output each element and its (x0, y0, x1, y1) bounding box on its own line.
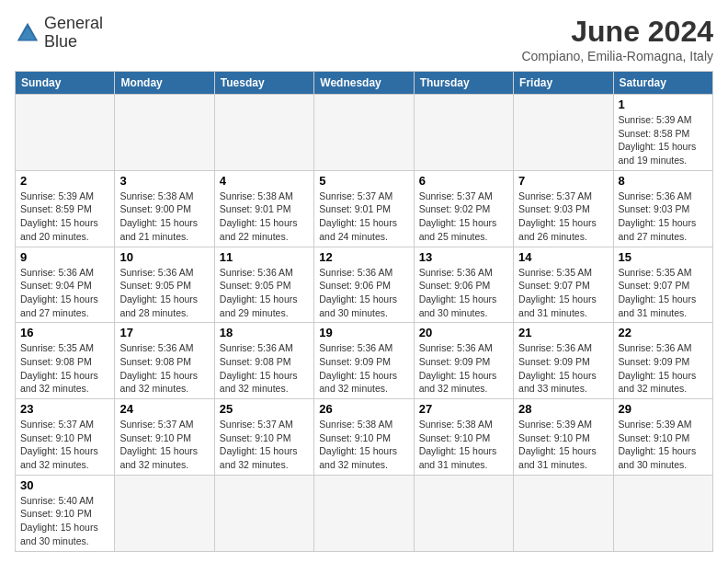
day-info: Sunrise: 5:39 AMSunset: 8:58 PMDaylight:… (619, 113, 708, 167)
day-number: 5 (319, 174, 408, 188)
month-title: June 2024 (521, 15, 713, 49)
calendar-cell: 26Sunrise: 5:38 AMSunset: 9:10 PMDayligh… (314, 399, 414, 476)
day-info: Sunrise: 5:40 AMSunset: 9:10 PMDaylight:… (20, 494, 109, 548)
calendar-table: SundayMondayTuesdayWednesdayThursdayFrid… (15, 71, 713, 552)
calendar-cell: 18Sunrise: 5:36 AMSunset: 9:08 PMDayligh… (214, 323, 313, 399)
calendar-cell: 11Sunrise: 5:36 AMSunset: 9:05 PMDayligh… (214, 247, 313, 323)
day-number: 25 (220, 402, 309, 416)
day-info: Sunrise: 5:36 AMSunset: 9:03 PMDaylight:… (619, 190, 708, 244)
calendar-cell (115, 475, 214, 551)
calendar-cell: 24Sunrise: 5:37 AMSunset: 9:10 PMDayligh… (115, 399, 214, 476)
calendar-cell: 15Sunrise: 5:35 AMSunset: 9:07 PMDayligh… (613, 247, 712, 323)
day-number: 6 (419, 174, 508, 188)
weekday-header-tuesday: Tuesday (214, 72, 313, 95)
day-number: 18 (220, 326, 309, 339)
calendar-week-1: 1Sunrise: 5:39 AMSunset: 8:58 PMDaylight… (16, 95, 713, 171)
day-number: 28 (518, 402, 608, 416)
day-number: 22 (619, 326, 708, 339)
calendar-cell: 17Sunrise: 5:36 AMSunset: 9:08 PMDayligh… (115, 323, 214, 399)
calendar-cell: 19Sunrise: 5:36 AMSunset: 9:09 PMDayligh… (314, 323, 414, 399)
day-info: Sunrise: 5:36 AMSunset: 9:09 PMDaylight:… (518, 341, 608, 396)
calendar-cell: 28Sunrise: 5:39 AMSunset: 9:10 PMDayligh… (514, 399, 613, 476)
day-number: 12 (319, 250, 408, 264)
calendar-cell: 30Sunrise: 5:40 AMSunset: 9:10 PMDayligh… (16, 475, 115, 551)
day-number: 11 (220, 250, 309, 264)
calendar-cell: 8Sunrise: 5:36 AMSunset: 9:03 PMDaylight… (613, 170, 712, 247)
day-number: 20 (419, 326, 508, 339)
day-info: Sunrise: 5:38 AMSunset: 9:01 PMDaylight:… (220, 190, 309, 244)
day-info: Sunrise: 5:36 AMSunset: 9:04 PMDaylight:… (20, 266, 109, 320)
day-info: Sunrise: 5:37 AMSunset: 9:10 PMDaylight:… (20, 418, 109, 472)
calendar-cell: 4Sunrise: 5:38 AMSunset: 9:01 PMDaylight… (214, 170, 313, 247)
calendar-cell: 10Sunrise: 5:36 AMSunset: 9:05 PMDayligh… (115, 247, 214, 323)
calendar-cell (115, 95, 214, 171)
calendar-cell: 12Sunrise: 5:36 AMSunset: 9:06 PMDayligh… (314, 247, 414, 323)
calendar-cell: 23Sunrise: 5:37 AMSunset: 9:10 PMDayligh… (16, 399, 115, 476)
day-info: Sunrise: 5:39 AMSunset: 9:10 PMDaylight:… (518, 418, 608, 472)
day-number: 27 (419, 402, 508, 416)
calendar-cell: 9Sunrise: 5:36 AMSunset: 9:04 PMDaylight… (16, 247, 115, 323)
day-info: Sunrise: 5:38 AMSunset: 9:00 PMDaylight:… (119, 190, 209, 244)
day-info: Sunrise: 5:36 AMSunset: 9:06 PMDaylight:… (319, 266, 408, 320)
day-info: Sunrise: 5:37 AMSunset: 9:10 PMDaylight:… (119, 418, 209, 472)
weekday-header-row: SundayMondayTuesdayWednesdayThursdayFrid… (16, 72, 713, 95)
day-number: 26 (319, 402, 408, 416)
day-number: 13 (419, 250, 508, 264)
day-number: 30 (20, 478, 109, 492)
logo-text: General Blue (44, 15, 103, 52)
day-number: 8 (619, 174, 708, 188)
day-number: 14 (518, 250, 608, 264)
calendar-cell: 13Sunrise: 5:36 AMSunset: 9:06 PMDayligh… (414, 247, 513, 323)
calendar-week-6: 30Sunrise: 5:40 AMSunset: 9:10 PMDayligh… (16, 475, 713, 551)
day-number: 19 (319, 326, 408, 339)
calendar-cell (414, 475, 513, 551)
calendar-cell (214, 95, 313, 171)
day-info: Sunrise: 5:39 AMSunset: 8:59 PMDaylight:… (20, 190, 109, 244)
calendar-cell (414, 95, 513, 171)
day-info: Sunrise: 5:36 AMSunset: 9:08 PMDaylight:… (119, 341, 209, 396)
day-info: Sunrise: 5:36 AMSunset: 9:06 PMDaylight:… (419, 266, 508, 320)
day-info: Sunrise: 5:36 AMSunset: 9:09 PMDaylight:… (319, 341, 408, 396)
day-info: Sunrise: 5:36 AMSunset: 9:09 PMDaylight:… (419, 341, 508, 396)
day-info: Sunrise: 5:38 AMSunset: 9:10 PMDaylight:… (319, 418, 408, 472)
calendar-cell: 5Sunrise: 5:37 AMSunset: 9:01 PMDaylight… (314, 170, 414, 247)
day-info: Sunrise: 5:35 AMSunset: 9:08 PMDaylight:… (20, 341, 109, 396)
day-info: Sunrise: 5:37 AMSunset: 9:01 PMDaylight:… (319, 190, 408, 244)
day-info: Sunrise: 5:37 AMSunset: 9:02 PMDaylight:… (419, 190, 508, 244)
calendar-cell (314, 475, 414, 551)
calendar-cell (514, 95, 613, 171)
day-info: Sunrise: 5:35 AMSunset: 9:07 PMDaylight:… (518, 266, 608, 320)
calendar-cell: 6Sunrise: 5:37 AMSunset: 9:02 PMDaylight… (414, 170, 513, 247)
calendar-cell: 21Sunrise: 5:36 AMSunset: 9:09 PMDayligh… (514, 323, 613, 399)
calendar-cell: 20Sunrise: 5:36 AMSunset: 9:09 PMDayligh… (414, 323, 513, 399)
weekday-header-monday: Monday (115, 72, 214, 95)
calendar-week-4: 16Sunrise: 5:35 AMSunset: 9:08 PMDayligh… (16, 323, 713, 399)
day-number: 10 (119, 250, 209, 264)
calendar-cell (16, 95, 115, 171)
day-number: 4 (220, 174, 309, 188)
title-block: June 2024 Compiano, Emilia-Romagna, Ital… (521, 15, 713, 63)
location-subtitle: Compiano, Emilia-Romagna, Italy (521, 49, 713, 63)
weekday-header-saturday: Saturday (613, 72, 712, 95)
day-info: Sunrise: 5:36 AMSunset: 9:09 PMDaylight:… (619, 341, 708, 396)
weekday-header-thursday: Thursday (414, 72, 513, 95)
calendar-cell: 25Sunrise: 5:37 AMSunset: 9:10 PMDayligh… (214, 399, 313, 476)
calendar-cell (214, 475, 313, 551)
calendar-cell: 14Sunrise: 5:35 AMSunset: 9:07 PMDayligh… (514, 247, 613, 323)
day-number: 24 (119, 402, 209, 416)
day-number: 1 (619, 98, 708, 111)
day-number: 21 (518, 326, 608, 339)
calendar-cell (613, 475, 712, 551)
day-info: Sunrise: 5:37 AMSunset: 9:10 PMDaylight:… (220, 418, 309, 472)
day-info: Sunrise: 5:38 AMSunset: 9:10 PMDaylight:… (419, 418, 508, 472)
day-number: 17 (119, 326, 209, 339)
day-info: Sunrise: 5:36 AMSunset: 9:08 PMDaylight:… (220, 341, 309, 396)
day-number: 2 (20, 174, 109, 188)
day-number: 3 (119, 174, 209, 188)
calendar-week-3: 9Sunrise: 5:36 AMSunset: 9:04 PMDaylight… (16, 247, 713, 323)
page-container: General Blue June 2024 Compiano, Emilia-… (15, 15, 713, 552)
day-number: 23 (20, 402, 109, 416)
header: General Blue June 2024 Compiano, Emilia-… (15, 15, 713, 63)
weekday-header-wednesday: Wednesday (314, 72, 414, 95)
weekday-header-sunday: Sunday (16, 72, 115, 95)
